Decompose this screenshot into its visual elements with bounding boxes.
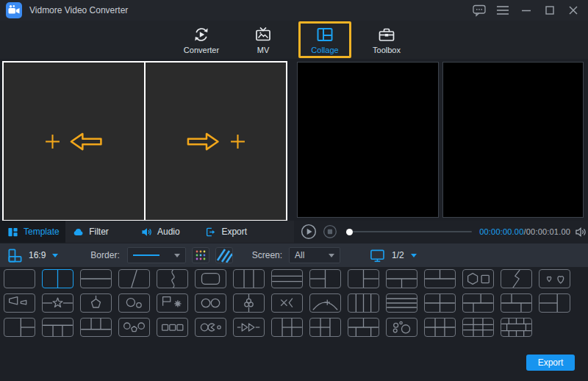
add-video-plus-icon[interactable]: [45, 134, 60, 149]
template-bubbles[interactable]: [386, 318, 417, 337]
template-left1right2[interactable]: [348, 269, 379, 288]
template-playArrows[interactable]: [233, 318, 265, 337]
template-leftcolGrid4[interactable]: [271, 318, 303, 337]
template-top3bottom1[interactable]: [80, 318, 112, 337]
template-top1bottom2[interactable]: [386, 269, 417, 288]
template-left2rightBig[interactable]: [539, 293, 570, 313]
panel-tab-export[interactable]: Export: [198, 221, 294, 243]
aspect-ratio-value[interactable]: 16:9: [29, 250, 46, 260]
border-label: Border:: [90, 250, 119, 260]
window-title: Vidmore Video Converter: [29, 5, 128, 15]
nav-tab-toolbox[interactable]: Toolbox: [360, 21, 413, 58]
template-curve[interactable]: [157, 269, 188, 288]
template-cols3[interactable]: [233, 269, 265, 288]
aspect-ratio-caret-icon[interactable]: [52, 254, 58, 257]
template-megaphones[interactable]: [4, 293, 35, 313]
export-button[interactable]: Export: [526, 355, 575, 371]
template-flagBurst[interactable]: [157, 293, 188, 313]
nav-tab-collage[interactable]: Collage: [298, 21, 351, 58]
nav-tab-label: Collage: [311, 46, 338, 54]
main-nav: ConverterMVCollageToolbox: [0, 21, 588, 59]
template-circHexCirc[interactable]: [118, 318, 150, 337]
template-circles2[interactable]: [195, 293, 226, 313]
template-cols4[interactable]: [348, 293, 379, 313]
border-style-dropdown[interactable]: [127, 247, 186, 263]
template-leftBigRight2[interactable]: [4, 318, 35, 337]
panel-tab-filter[interactable]: Filter: [65, 221, 134, 243]
panel-tab-label: Audio: [157, 227, 180, 237]
template-pentagon[interactable]: [80, 293, 112, 313]
template-frameGrid[interactable]: [501, 318, 532, 337]
screen-page-monitor-icon[interactable]: [370, 249, 385, 263]
panel-tab-template[interactable]: Template: [0, 221, 65, 243]
block-arrow-left-icon: [70, 132, 104, 152]
seek-handle[interactable]: [346, 229, 353, 235]
aspect-ratio-icon[interactable]: [7, 248, 23, 263]
template-grid2x2[interactable]: [424, 293, 456, 313]
template-grid: [4, 269, 570, 337]
menu-icon[interactable]: [494, 3, 512, 18]
template-top2bottom1[interactable]: [424, 269, 456, 288]
playback-bar: 00:00:00.00/00:00:01.00: [294, 221, 588, 243]
template-grid2x3[interactable]: [424, 318, 456, 337]
template-rows3[interactable]: [271, 269, 303, 288]
template-circPacDot[interactable]: [195, 318, 226, 337]
template-starBand[interactable]: [42, 293, 74, 313]
template-crossBracket[interactable]: [271, 293, 303, 313]
titlebar: Vidmore Video Converter: [0, 0, 588, 21]
border-style-line: [133, 254, 159, 256]
panel-tab-label: Filter: [89, 227, 109, 237]
template-hexSquare[interactable]: [462, 269, 494, 288]
play-button[interactable]: [301, 224, 317, 240]
preview-panel: [297, 62, 584, 218]
time-display: 00:00:00.00/00:00:01.00: [479, 227, 570, 236]
screen-dropdown[interactable]: All: [289, 247, 340, 263]
template-gridMixed[interactable]: [348, 318, 379, 337]
minimize-icon[interactable]: [517, 3, 535, 18]
template-page-caret-icon[interactable]: [411, 254, 417, 257]
template-circlesAsym[interactable]: [118, 293, 150, 313]
stop-button[interactable]: [323, 224, 337, 239]
template-left2right1[interactable]: [309, 269, 341, 288]
template-single[interactable]: [4, 269, 35, 288]
collage-cell-left[interactable]: [4, 63, 144, 220]
template-cloverDiv[interactable]: [233, 293, 265, 313]
seek-track[interactable]: [349, 231, 472, 232]
add-video-plus-icon[interactable]: [230, 134, 245, 149]
border-color-palette-button[interactable]: [192, 247, 209, 263]
app-logo-icon: [6, 2, 22, 18]
screen-caret-icon: [329, 254, 334, 257]
template-archClover[interactable]: [309, 293, 341, 313]
template-rows4[interactable]: [386, 293, 417, 313]
template-gridOffA[interactable]: [462, 293, 494, 313]
template-hearts[interactable]: [539, 269, 570, 288]
time-current: 00:00:00.00: [479, 227, 523, 236]
collage-cell-right[interactable]: [146, 63, 286, 220]
template-grid3x3[interactable]: [462, 318, 494, 337]
template-gridOffB[interactable]: [501, 293, 532, 313]
screen-value: All: [295, 250, 304, 260]
mv-icon: [254, 26, 272, 43]
nav-tab-mv[interactable]: MV: [237, 21, 290, 58]
feedback-icon[interactable]: [470, 3, 488, 18]
template-cols2[interactable]: [42, 269, 74, 288]
border-pattern-button[interactable]: [215, 247, 233, 263]
template-row: [4, 293, 570, 313]
panel-tabstrip: TemplateFilterAudioExport: [0, 221, 294, 243]
maximize-icon[interactable]: [541, 3, 559, 18]
window-controls: [470, 3, 582, 18]
template-grid4Rightcol[interactable]: [309, 318, 341, 337]
template-zigzag[interactable]: [501, 269, 532, 288]
volume-icon[interactable]: [576, 227, 588, 238]
seek-slider[interactable]: [346, 227, 472, 237]
panel-tab-audio[interactable]: Audio: [134, 221, 198, 243]
template-squares3[interactable]: [157, 318, 188, 337]
filter-tab-icon: [73, 227, 84, 238]
close-icon[interactable]: [564, 3, 582, 18]
nav-tab-converter[interactable]: Converter: [175, 21, 228, 58]
template-pipRound[interactable]: [195, 269, 226, 288]
panel-tab-label: Template: [24, 227, 60, 237]
template-diag[interactable]: [118, 269, 150, 288]
template-top1bottom3[interactable]: [42, 318, 74, 337]
template-rows2[interactable]: [80, 269, 112, 288]
